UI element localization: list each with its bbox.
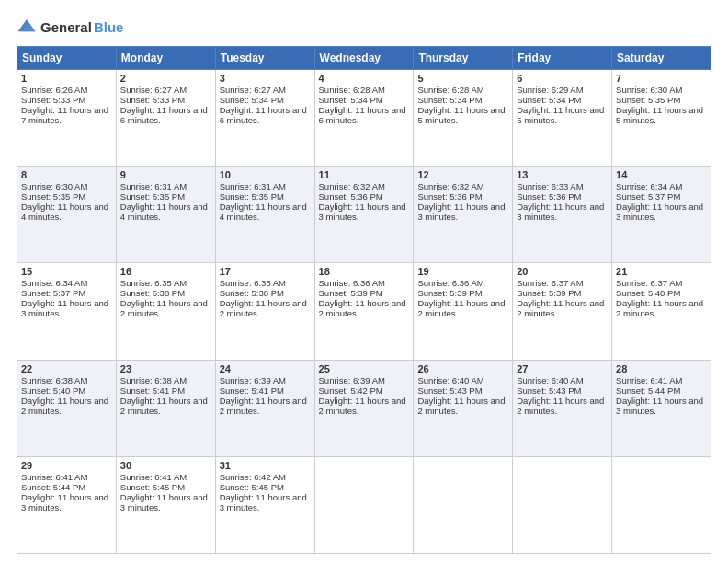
sunset-label: Sunset: 5:44 PM (616, 385, 680, 396)
calendar-cell: 19Sunrise: 6:36 AMSunset: 5:39 PMDayligh… (414, 263, 513, 360)
calendar-cell: 2Sunrise: 6:27 AMSunset: 5:33 PMDaylight… (116, 70, 215, 167)
week-row-2: 8Sunrise: 6:30 AMSunset: 5:35 PMDaylight… (17, 167, 711, 263)
sunrise-label: Sunrise: 6:30 AM (616, 85, 682, 95)
header-cell-wednesday: Wednesday (314, 47, 414, 70)
day-number: 21 (616, 266, 707, 277)
day-number: 30 (120, 460, 211, 471)
sunset-label: Sunset: 5:42 PM (319, 385, 383, 396)
sunset-label: Sunset: 5:41 PM (120, 385, 185, 396)
sunset-label: Sunset: 5:41 PM (220, 385, 284, 396)
week-row-4: 22Sunrise: 6:38 AMSunset: 5:40 PMDayligh… (17, 360, 711, 456)
logo-icon (17, 17, 37, 37)
calendar-cell: 11Sunrise: 6:32 AMSunset: 5:36 PMDayligh… (314, 167, 414, 263)
day-number: 6 (517, 73, 608, 84)
sunrise-label: Sunrise: 6:28 AM (417, 85, 483, 95)
logo: General Blue (17, 17, 123, 37)
logo-general: General (40, 19, 92, 35)
daylight-label: Daylight: 11 hours and 3 minutes. (517, 201, 604, 222)
sunrise-label: Sunrise: 6:31 AM (120, 181, 187, 191)
calendar-cell: 16Sunrise: 6:35 AMSunset: 5:38 PMDayligh… (116, 263, 215, 360)
sunset-label: Sunset: 5:35 PM (616, 95, 680, 105)
calendar-cell: 26Sunrise: 6:40 AMSunset: 5:43 PMDayligh… (414, 360, 513, 456)
sunrise-label: Sunrise: 6:27 AM (120, 85, 187, 95)
sunset-label: Sunset: 5:34 PM (220, 95, 284, 105)
daylight-label: Daylight: 11 hours and 2 minutes. (319, 298, 406, 318)
daylight-label: Daylight: 11 hours and 3 minutes. (417, 201, 505, 222)
day-number: 9 (120, 169, 211, 180)
daylight-label: Daylight: 11 hours and 2 minutes. (517, 396, 604, 416)
day-number: 13 (517, 169, 608, 180)
day-number: 31 (220, 460, 311, 471)
sunset-label: Sunset: 5:45 PM (120, 482, 185, 492)
day-number: 26 (417, 363, 508, 374)
calendar-cell: 25Sunrise: 6:39 AMSunset: 5:42 PMDayligh… (314, 360, 414, 456)
daylight-label: Daylight: 11 hours and 2 minutes. (319, 396, 406, 416)
sunrise-label: Sunrise: 6:36 AM (319, 278, 385, 288)
calendar-cell: 13Sunrise: 6:33 AMSunset: 5:36 PMDayligh… (513, 167, 612, 263)
calendar-cell: 8Sunrise: 6:30 AMSunset: 5:35 PMDaylight… (17, 167, 117, 263)
calendar-cell (314, 456, 414, 553)
day-number: 4 (319, 73, 410, 84)
sunset-label: Sunset: 5:35 PM (21, 191, 85, 201)
calendar-cell: 6Sunrise: 6:29 AMSunset: 5:34 PMDaylight… (513, 70, 612, 167)
calendar-cell: 20Sunrise: 6:37 AMSunset: 5:39 PMDayligh… (513, 263, 612, 360)
calendar-cell: 18Sunrise: 6:36 AMSunset: 5:39 PMDayligh… (314, 263, 414, 360)
sunrise-label: Sunrise: 6:31 AM (220, 181, 286, 191)
sunrise-label: Sunrise: 6:26 AM (21, 85, 87, 95)
day-number: 27 (517, 363, 608, 374)
header-row: SundayMondayTuesdayWednesdayThursdayFrid… (17, 47, 711, 70)
calendar-cell: 21Sunrise: 6:37 AMSunset: 5:40 PMDayligh… (612, 263, 711, 360)
daylight-label: Daylight: 11 hours and 3 minutes. (616, 201, 703, 222)
daylight-label: Daylight: 11 hours and 3 minutes. (220, 492, 307, 512)
daylight-label: Daylight: 11 hours and 2 minutes. (517, 298, 604, 318)
day-number: 24 (220, 363, 311, 374)
sunset-label: Sunset: 5:34 PM (517, 95, 581, 105)
calendar-cell: 31Sunrise: 6:42 AMSunset: 5:45 PMDayligh… (215, 456, 314, 553)
header-cell-thursday: Thursday (414, 47, 513, 70)
calendar-header: SundayMondayTuesdayWednesdayThursdayFrid… (17, 47, 711, 70)
calendar-cell: 27Sunrise: 6:40 AMSunset: 5:43 PMDayligh… (513, 360, 612, 456)
header-cell-saturday: Saturday (612, 47, 711, 70)
sunrise-label: Sunrise: 6:41 AM (120, 472, 187, 482)
sunset-label: Sunset: 5:44 PM (21, 482, 85, 492)
calendar-cell: 15Sunrise: 6:34 AMSunset: 5:37 PMDayligh… (17, 263, 117, 360)
sunset-label: Sunset: 5:40 PM (21, 385, 85, 396)
daylight-label: Daylight: 11 hours and 5 minutes. (616, 105, 703, 125)
header-cell-tuesday: Tuesday (215, 47, 314, 70)
calendar-cell: 24Sunrise: 6:39 AMSunset: 5:41 PMDayligh… (215, 360, 314, 456)
sunset-label: Sunset: 5:35 PM (120, 191, 185, 201)
day-number: 11 (319, 169, 410, 180)
daylight-label: Daylight: 11 hours and 6 minutes. (319, 105, 406, 125)
sunset-label: Sunset: 5:39 PM (417, 288, 482, 298)
day-number: 18 (319, 266, 410, 277)
sunrise-label: Sunrise: 6:40 AM (417, 375, 483, 385)
daylight-label: Daylight: 11 hours and 2 minutes. (417, 298, 505, 318)
calendar-cell (513, 456, 612, 553)
sunrise-label: Sunrise: 6:42 AM (220, 472, 286, 482)
daylight-label: Daylight: 11 hours and 2 minutes. (220, 298, 307, 318)
sunset-label: Sunset: 5:45 PM (220, 482, 284, 492)
day-number: 14 (616, 169, 707, 180)
sunrise-label: Sunrise: 6:29 AM (517, 85, 583, 95)
day-number: 23 (120, 363, 211, 374)
calendar-cell: 29Sunrise: 6:41 AMSunset: 5:44 PMDayligh… (17, 456, 117, 553)
calendar-cell: 23Sunrise: 6:38 AMSunset: 5:41 PMDayligh… (116, 360, 215, 456)
day-number: 2 (120, 73, 211, 84)
day-number: 10 (220, 169, 311, 180)
calendar-cell: 30Sunrise: 6:41 AMSunset: 5:45 PMDayligh… (116, 456, 215, 553)
calendar-cell: 7Sunrise: 6:30 AMSunset: 5:35 PMDaylight… (612, 70, 711, 167)
daylight-label: Daylight: 11 hours and 6 minutes. (220, 105, 307, 125)
daylight-label: Daylight: 11 hours and 3 minutes. (21, 298, 108, 318)
calendar-cell (612, 456, 711, 553)
sunrise-label: Sunrise: 6:27 AM (220, 85, 286, 95)
sunrise-label: Sunrise: 6:38 AM (120, 375, 187, 385)
sunset-label: Sunset: 5:36 PM (417, 191, 482, 201)
day-number: 22 (21, 363, 112, 374)
calendar-cell: 22Sunrise: 6:38 AMSunset: 5:40 PMDayligh… (17, 360, 117, 456)
sunrise-label: Sunrise: 6:39 AM (220, 375, 286, 385)
daylight-label: Daylight: 11 hours and 4 minutes. (21, 201, 108, 222)
sunrise-label: Sunrise: 6:37 AM (616, 278, 682, 288)
daylight-label: Daylight: 11 hours and 3 minutes. (616, 396, 703, 416)
daylight-label: Daylight: 11 hours and 7 minutes. (21, 105, 108, 125)
daylight-label: Daylight: 11 hours and 5 minutes. (517, 105, 604, 125)
